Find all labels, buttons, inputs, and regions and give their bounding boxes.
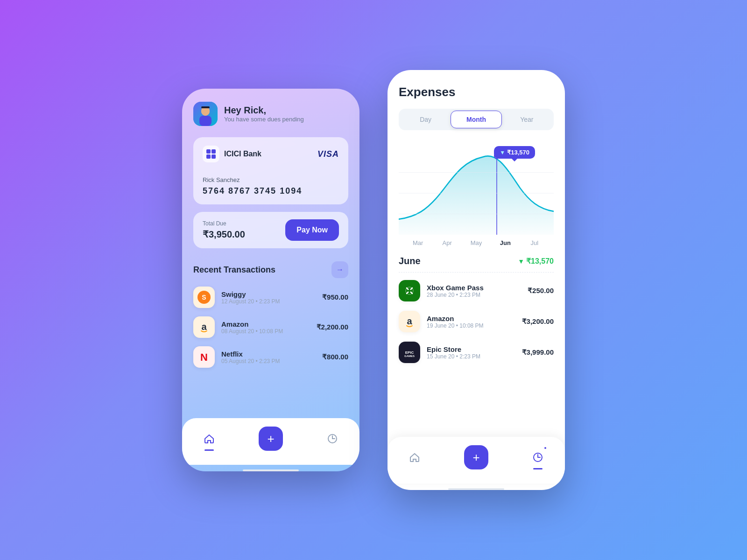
svg-text:a: a — [407, 316, 412, 326]
june-divider — [399, 272, 554, 273]
exp-amazon-date: 19 June 20 • 10:08 PM — [427, 322, 522, 329]
expenses-title: Expenses — [399, 85, 554, 99]
month-jun: Jun — [491, 239, 520, 246]
expenses-chart: ▼ ₹13,570 — [399, 141, 554, 235]
xbox-logo — [399, 280, 420, 301]
recent-transactions-title: Recent Transactions — [193, 265, 275, 275]
card-bank-info: ICICI Bank — [203, 146, 261, 162]
exp-epic-date: 15 June 20 • 2:23 PM — [427, 353, 522, 360]
tab-selector: Day Month Year — [399, 109, 554, 130]
total-due-label: Total Due — [203, 220, 245, 227]
home-indicator-right — [448, 488, 504, 490]
exp-amazon-name: Amazon — [427, 315, 522, 322]
txn-swiggy-name: Swiggy — [221, 290, 322, 298]
month-apr: Apr — [432, 239, 461, 246]
svg-text:S: S — [202, 294, 206, 301]
svg-rect-3 — [199, 116, 211, 126]
transaction-amazon: a Amazon 08 August 20 • 10:08 PM ₹2,200.… — [193, 316, 348, 338]
svg-text:EPIC: EPIC — [405, 350, 414, 355]
screens-container: Hey Rick, You have some dues pending — [182, 70, 565, 490]
nav-home-right[interactable] — [406, 449, 423, 466]
header-row: Hey Rick, You have some dues pending — [193, 102, 348, 126]
txn-netflix-amount: ₹800.00 — [322, 353, 348, 361]
bank-card: ICICI Bank VISA Rick Sanchez 5764 8767 3… — [193, 137, 348, 204]
avatar — [193, 102, 218, 126]
greeting-text: Hey Rick, — [224, 105, 304, 116]
tab-month[interactable]: Month — [451, 111, 501, 128]
txn-netflix-date: 05 August 20 • 2:23 PM — [221, 358, 322, 364]
netflix-logo: N — [193, 346, 215, 368]
view-all-button[interactable]: → — [331, 261, 348, 278]
svg-rect-8 — [211, 154, 216, 159]
subtitle-text: You have some dues pending — [224, 116, 304, 123]
pay-now-button[interactable]: Pay Now — [285, 219, 339, 241]
nav-chart-left[interactable] — [324, 430, 341, 447]
nav-home-left[interactable] — [201, 430, 218, 447]
total-due-row: Total Due ₹3,950.00 Pay Now — [193, 212, 348, 248]
bottom-nav-right: + — [388, 437, 565, 483]
recent-transactions-header: Recent Transactions → — [193, 261, 348, 278]
svg-text:N: N — [200, 351, 208, 363]
nav-add-left[interactable]: + — [259, 427, 283, 451]
june-amount: ▼ ₹13,570 — [518, 257, 554, 266]
home-indicator-left — [243, 469, 299, 471]
transaction-netflix: N Netflix 05 August 20 • 2:23 PM ₹800.00 — [193, 346, 348, 368]
tab-year[interactable]: Year — [502, 111, 552, 128]
exp-epic-amount: ₹3,999.00 — [522, 348, 554, 357]
nav-chart-right[interactable] — [529, 449, 546, 466]
tab-day[interactable]: Day — [401, 111, 451, 128]
exp-xbox-name: Xbox Game Pass — [427, 284, 528, 292]
card-holder: Rick Sanchez — [203, 176, 339, 183]
swiggy-logo: S — [193, 287, 215, 308]
exp-epic-logo: EPIC GAMES — [399, 342, 420, 363]
right-phone: Expenses Day Month Year ▼ ₹13,570 — [388, 70, 565, 490]
svg-rect-5 — [206, 149, 211, 154]
exp-epic-name: Epic Store — [427, 345, 522, 353]
svg-text:a: a — [201, 322, 207, 332]
exp-amazon-amount: ₹3,200.00 — [522, 317, 554, 326]
exp-amazon-logo: a — [399, 311, 420, 332]
chart-tooltip-amount: ₹13,570 — [507, 149, 529, 156]
txn-netflix-name: Netflix — [221, 350, 322, 358]
svg-text:GAMES: GAMES — [404, 355, 415, 357]
expense-epic: EPIC GAMES Epic Store 15 June 20 • 2:23 … — [399, 342, 554, 363]
bank-name: ICICI Bank — [224, 150, 261, 158]
txn-swiggy-date: 12 August 20 • 2:23 PM — [221, 298, 322, 305]
svg-rect-6 — [211, 149, 216, 154]
svg-rect-7 — [206, 154, 211, 159]
june-amount-value: ₹13,570 — [526, 257, 554, 266]
left-phone: Hey Rick, You have some dues pending — [182, 89, 359, 471]
bank-icon — [203, 146, 219, 162]
amazon-logo: a — [193, 316, 215, 338]
chart-tooltip: ▼ ₹13,570 — [494, 146, 535, 159]
june-summary-row: June ▼ ₹13,570 — [399, 256, 554, 266]
chart-months: Mar Apr May Jun Jul — [399, 239, 554, 246]
exp-xbox-date: 28 June 20 • 2:23 PM — [427, 292, 528, 298]
expense-amazon: a Amazon 19 June 20 • 10:08 PM ₹3,200.00 — [399, 311, 554, 332]
nav-add-right[interactable]: + — [464, 445, 488, 469]
transaction-swiggy: S Swiggy 12 August 20 • 2:23 PM ₹950.00 — [193, 287, 348, 308]
bottom-nav-left: + — [182, 418, 359, 465]
card-number: 5764 8767 3745 1094 — [203, 186, 339, 196]
txn-swiggy-amount: ₹950.00 — [322, 293, 348, 301]
svg-rect-4 — [201, 106, 210, 108]
txn-amazon-date: 08 August 20 • 10:08 PM — [221, 328, 317, 335]
expense-xbox: Xbox Game Pass 28 June 20 • 2:23 PM ₹250… — [399, 280, 554, 301]
svg-point-21 — [408, 289, 411, 292]
txn-amazon-name: Amazon — [221, 320, 317, 328]
total-due-amount: ₹3,950.00 — [203, 229, 245, 240]
month-may: May — [462, 239, 491, 246]
month-mar: Mar — [403, 239, 432, 246]
exp-xbox-amount: ₹250.00 — [528, 287, 554, 295]
month-jul: Jul — [520, 239, 549, 246]
june-label: June — [399, 256, 421, 266]
txn-amazon-amount: ₹2,200.00 — [317, 323, 348, 331]
card-type: VISA — [317, 149, 339, 159]
